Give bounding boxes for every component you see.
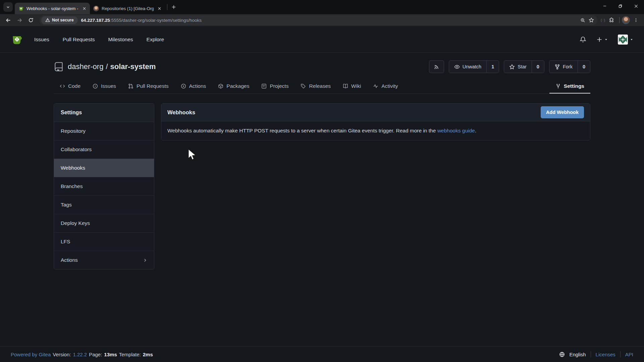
minimize-icon	[603, 4, 607, 8]
fork-icon	[554, 64, 560, 70]
watch-count[interactable]: 1	[486, 61, 499, 73]
menu-item-tags[interactable]: Tags	[54, 195, 154, 214]
url-text[interactable]: 64.227.187.25:5555/dasher-org/solar-syst…	[81, 18, 577, 23]
menu-item-webhooks[interactable]: Webhooks	[54, 159, 154, 177]
add-webhook-button[interactable]: Add Webhook	[541, 106, 584, 118]
powered-by-link[interactable]: Powered by Gitea	[11, 352, 51, 357]
tab-pull-requests[interactable]: Pull Requests	[122, 79, 175, 94]
eye-icon	[454, 64, 460, 70]
settings-menu-header: Settings	[54, 104, 154, 122]
navbar-item-explore[interactable]: Explore	[140, 26, 171, 53]
rss-button[interactable]	[429, 60, 444, 73]
template-label: Template:	[119, 352, 141, 357]
gitea-favicon	[18, 6, 24, 11]
settings-menu: Settings Repository Collaborators Webhoo…	[54, 103, 154, 269]
caret-down-icon	[604, 38, 608, 41]
panel-title: Webhooks	[167, 109, 195, 116]
caret-down-icon	[630, 38, 633, 41]
bell-icon	[580, 36, 586, 43]
tab-title: Repositories (1) [Gitea-Organiza	[102, 6, 154, 11]
menu-item-lfs[interactable]: LFS	[54, 232, 154, 251]
fork-count[interactable]: 0	[578, 61, 590, 73]
version-label: Version:	[53, 352, 71, 357]
chevron-right-icon	[143, 258, 147, 262]
tab-wiki[interactable]: Wiki	[337, 79, 367, 94]
licenses-link[interactable]: Licenses	[596, 352, 615, 357]
gitea-logo[interactable]	[11, 34, 23, 46]
page-label: Page:	[89, 352, 102, 357]
create-new-button[interactable]	[596, 37, 608, 43]
user-menu-button[interactable]	[618, 35, 633, 45]
zoom-page-icon[interactable]	[580, 18, 585, 23]
tab-code[interactable]: Code	[54, 79, 87, 94]
close-window-button[interactable]	[628, 0, 644, 12]
repo-header: dasher-org/solar-system Unwatch 1 Star	[0, 53, 644, 94]
tab-activity[interactable]: Activity	[367, 79, 404, 94]
chevron-down-icon	[6, 5, 10, 9]
fork-button[interactable]: Fork 0	[549, 60, 590, 73]
tab-releases[interactable]: Releases	[294, 79, 337, 94]
navbar-item-issues[interactable]: Issues	[28, 26, 56, 53]
restore-button[interactable]	[612, 0, 628, 12]
minimize-button[interactable]	[597, 0, 612, 12]
forward-button[interactable]	[14, 15, 25, 25]
forward-icon	[17, 17, 22, 23]
webhooks-description: Webhooks automatically make HTTP POST re…	[161, 121, 590, 140]
webhooks-panel-header: Webhooks Add Webhook	[161, 104, 590, 121]
repo-actions: Unwatch 1 Star 0 Fork 0	[429, 60, 590, 73]
tab-issues[interactable]: Issues	[87, 79, 122, 94]
repo-name-link[interactable]: solar-system	[110, 62, 156, 71]
tab-separator	[167, 4, 167, 10]
repo-tab-bar: Code Issues Pull Requests Actions Packag…	[54, 79, 590, 94]
repo-owner-link[interactable]: dasher-org	[68, 62, 103, 71]
menu-item-actions[interactable]: Actions	[54, 251, 154, 269]
issue-icon	[93, 83, 98, 89]
repo-breadcrumb: dasher-org/solar-system	[68, 62, 156, 71]
api-link[interactable]: API	[625, 352, 633, 357]
menu-item-repository[interactable]: Repository	[54, 122, 154, 140]
address-bar[interactable]: Not secure 64.227.187.25:5555/dasher-org…	[40, 15, 597, 25]
reload-button[interactable]	[25, 15, 36, 25]
browser-chrome: Webhooks - solar-system - Gite Repositor…	[0, 0, 644, 26]
rss-icon	[434, 64, 439, 70]
menu-item-deploy-keys[interactable]: Deploy Keys	[54, 214, 154, 232]
tab-search-button[interactable]	[3, 2, 13, 12]
tab-projects[interactable]: Projects	[255, 79, 294, 94]
tab-webhooks[interactable]: Webhooks - solar-system - Gite	[15, 3, 90, 14]
security-chip[interactable]: Not secure	[41, 16, 78, 24]
notifications-button[interactable]	[580, 36, 586, 43]
browser-menu-button[interactable]	[631, 15, 641, 25]
webhooks-guide-link[interactable]: webhooks guide	[437, 128, 475, 133]
settings-page: Settings Repository Collaborators Webhoo…	[54, 94, 590, 346]
gitea-navbar: Issues Pull Requests Milestones Explore	[0, 26, 644, 53]
extensions-button[interactable]	[606, 15, 617, 25]
tab-packages[interactable]: Packages	[212, 79, 255, 94]
menu-item-branches[interactable]: Branches	[54, 177, 154, 195]
plus-icon	[596, 37, 602, 43]
browser-profile-avatar[interactable]	[622, 16, 630, 24]
restore-icon	[618, 4, 623, 8]
code-icon	[60, 83, 65, 89]
new-tab-button[interactable]	[169, 3, 178, 11]
tab-actions[interactable]: Actions	[175, 79, 212, 94]
bookmark-star-icon[interactable]	[589, 17, 594, 23]
unwatch-button[interactable]: Unwatch 1	[449, 60, 499, 73]
language-selector[interactable]: English	[569, 352, 586, 357]
warning-icon	[45, 18, 50, 22]
menu-item-collaborators[interactable]: Collaborators	[54, 140, 154, 159]
navbar-item-milestones[interactable]: Milestones	[101, 26, 140, 53]
pulse-icon	[373, 83, 378, 89]
toolbar-separator	[619, 17, 620, 23]
tab-close-icon[interactable]	[156, 5, 162, 11]
footer-divider	[620, 351, 621, 357]
version-link[interactable]: 1.22.2	[73, 352, 87, 357]
tab-repositories[interactable]: Repositories (1) [Gitea-Organiza	[90, 3, 165, 14]
star-count[interactable]: 0	[532, 61, 544, 73]
package-icon	[218, 83, 223, 89]
navbar-item-pull-requests[interactable]: Pull Requests	[56, 26, 102, 53]
window-controls	[597, 0, 644, 12]
tab-close-icon[interactable]	[81, 5, 87, 11]
star-button[interactable]: Star 0	[504, 60, 544, 73]
back-button[interactable]	[3, 15, 13, 25]
tab-settings[interactable]: Settings	[549, 79, 590, 94]
